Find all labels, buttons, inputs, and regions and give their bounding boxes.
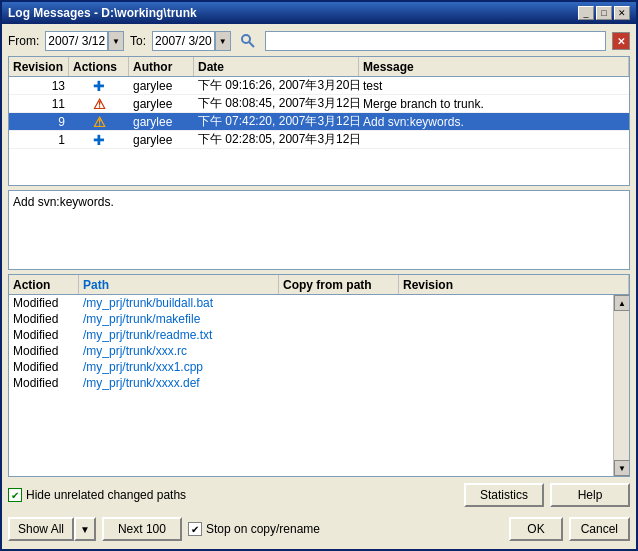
path-col-revision: Revision	[399, 275, 629, 294]
path-value: /my_prj/trunk/readme.txt	[79, 328, 279, 342]
cell-message: Add svn:keywords.	[359, 114, 629, 130]
hide-unrelated-label: Hide unrelated changed paths	[26, 488, 186, 502]
title-bar: Log Messages - D:\working\trunk _ □ ✕	[2, 2, 636, 24]
path-row[interactable]: Modified /my_prj/trunk/xxx.rc	[9, 343, 629, 359]
to-date-input[interactable]: 2007/ 3/20	[152, 31, 215, 51]
paths-body: Modified /my_prj/trunk/buildall.bat Modi…	[9, 295, 629, 476]
minimize-button[interactable]: _	[578, 6, 594, 20]
table-body: 13 ✚ garylee 下午 09:16:26, 2007年3月20日 tes…	[9, 77, 629, 185]
commit-message-area: Add svn:keywords.	[8, 190, 630, 270]
main-window: Log Messages - D:\working\trunk _ □ ✕ Fr…	[0, 0, 638, 551]
path-action: Modified	[9, 296, 79, 310]
path-col-path: Path	[79, 275, 279, 294]
stop-copy-checkbox[interactable]: ✔	[188, 522, 202, 536]
paths-header: Action Path Copy from path Revision	[9, 275, 629, 295]
cell-message: Merge branch to trunk.	[359, 96, 629, 112]
path-row[interactable]: Modified /my_prj/trunk/xxxx.def	[9, 375, 629, 391]
path-action: Modified	[9, 344, 79, 358]
window-title: Log Messages - D:\working\trunk	[8, 6, 197, 20]
maximize-button[interactable]: □	[596, 6, 612, 20]
to-date-group: 2007/ 3/20 ▼	[152, 31, 231, 51]
from-date-dropdown[interactable]: ▼	[108, 31, 124, 51]
cell-date: 下午 08:08:45, 2007年3月12日	[194, 94, 359, 113]
statistics-button[interactable]: Statistics	[464, 483, 544, 507]
add-icon: ✚	[93, 79, 105, 93]
paths-scrollbar[interactable]: ▲ ▼	[613, 295, 629, 476]
col-actions: Actions	[69, 57, 129, 76]
changed-paths-section: Action Path Copy from path Revision Modi…	[8, 274, 630, 477]
table-row[interactable]: 13 ✚ garylee 下午 09:16:26, 2007年3月20日 tes…	[9, 77, 629, 95]
cell-revision: 13	[9, 78, 69, 94]
path-value: /my_prj/trunk/xxx.rc	[79, 344, 279, 358]
path-action: Modified	[9, 376, 79, 390]
top-bar: From: 2007/ 3/12 ▼ To: 2007/ 3/20 ▼	[8, 30, 630, 52]
show-all-group: Show All ▼	[8, 517, 96, 541]
right-buttons: Statistics Help	[464, 483, 630, 507]
log-table: Revision Actions Author Date Message 13 …	[8, 56, 630, 186]
svg-point-0	[242, 35, 250, 43]
next-100-button[interactable]: Next 100	[102, 517, 182, 541]
search-icon[interactable]	[237, 30, 259, 52]
from-date-group: 2007/ 3/12 ▼	[45, 31, 124, 51]
path-action: Modified	[9, 312, 79, 326]
path-col-action: Action	[9, 275, 79, 294]
clear-search-button[interactable]: ✕	[612, 32, 630, 50]
from-date-input[interactable]: 2007/ 3/12	[45, 31, 108, 51]
col-date: Date	[194, 57, 359, 76]
path-value: /my_prj/trunk/makefile	[79, 312, 279, 326]
cell-author: garylee	[129, 132, 194, 148]
cell-date: 下午 09:16:26, 2007年3月20日	[194, 77, 359, 95]
cell-revision: 1	[9, 132, 69, 148]
ok-button[interactable]: OK	[509, 517, 562, 541]
to-date-dropdown[interactable]: ▼	[215, 31, 231, 51]
path-value: /my_prj/trunk/xxx1.cpp	[79, 360, 279, 374]
path-action: Modified	[9, 328, 79, 342]
hide-unrelated-area: ✔ Hide unrelated changed paths	[8, 488, 186, 502]
table-row[interactable]: 11 ⚠ garylee 下午 08:08:45, 2007年3月12日 Mer…	[9, 95, 629, 113]
help-button[interactable]: Help	[550, 483, 630, 507]
path-col-copyfrom: Copy from path	[279, 275, 399, 294]
path-value: /my_prj/trunk/buildall.bat	[79, 296, 279, 310]
footer-bar: Show All ▼ Next 100 ✔ Stop on copy/renam…	[8, 513, 630, 543]
cell-actions: ⚠	[69, 96, 129, 112]
scroll-up-button[interactable]: ▲	[614, 295, 629, 311]
close-button[interactable]: ✕	[614, 6, 630, 20]
stop-copy-label: Stop on copy/rename	[206, 522, 320, 536]
cell-revision: 11	[9, 96, 69, 112]
scroll-down-button[interactable]: ▼	[614, 460, 629, 476]
path-row[interactable]: Modified /my_prj/trunk/readme.txt	[9, 327, 629, 343]
modify-icon: ⚠	[93, 115, 106, 129]
cancel-button[interactable]: Cancel	[569, 517, 630, 541]
show-all-button[interactable]: Show All	[8, 517, 74, 541]
cell-author: garylee	[129, 96, 194, 112]
col-message: Message	[359, 57, 629, 76]
cell-author: garylee	[129, 114, 194, 130]
path-action: Modified	[9, 360, 79, 374]
cell-message: test	[359, 78, 629, 94]
bottom-bar: ✔ Hide unrelated changed paths Statistic…	[8, 481, 630, 509]
to-label: To:	[130, 34, 146, 48]
cell-revision: 9	[9, 114, 69, 130]
cell-actions: ✚	[69, 78, 129, 94]
to-date-value: 2007/ 3/20	[155, 34, 212, 48]
path-row[interactable]: Modified /my_prj/trunk/xxx1.cpp	[9, 359, 629, 375]
cell-actions: ⚠	[69, 114, 129, 130]
from-label: From:	[8, 34, 39, 48]
title-bar-buttons: _ □ ✕	[578, 6, 630, 20]
commit-message-text: Add svn:keywords.	[13, 195, 114, 209]
path-row[interactable]: Modified /my_prj/trunk/makefile	[9, 311, 629, 327]
footer-left: Show All ▼ Next 100 ✔ Stop on copy/renam…	[8, 517, 320, 541]
cell-date: 下午 07:42:20, 2007年3月12日	[194, 112, 359, 131]
table-row[interactable]: 9 ⚠ garylee 下午 07:42:20, 2007年3月12日 Add …	[9, 113, 629, 131]
show-all-dropdown[interactable]: ▼	[74, 517, 96, 541]
from-date-value: 2007/ 3/12	[48, 34, 105, 48]
table-header: Revision Actions Author Date Message	[9, 57, 629, 77]
table-row[interactable]: 1 ✚ garylee 下午 02:28:05, 2007年3月12日	[9, 131, 629, 149]
search-input[interactable]	[265, 31, 606, 51]
scroll-track	[614, 311, 629, 460]
path-row[interactable]: Modified /my_prj/trunk/buildall.bat	[9, 295, 629, 311]
content-area: From: 2007/ 3/12 ▼ To: 2007/ 3/20 ▼	[2, 24, 636, 549]
path-value: /my_prj/trunk/xxxx.def	[79, 376, 279, 390]
hide-unrelated-checkbox[interactable]: ✔	[8, 488, 22, 502]
footer-right: OK Cancel	[509, 517, 630, 541]
